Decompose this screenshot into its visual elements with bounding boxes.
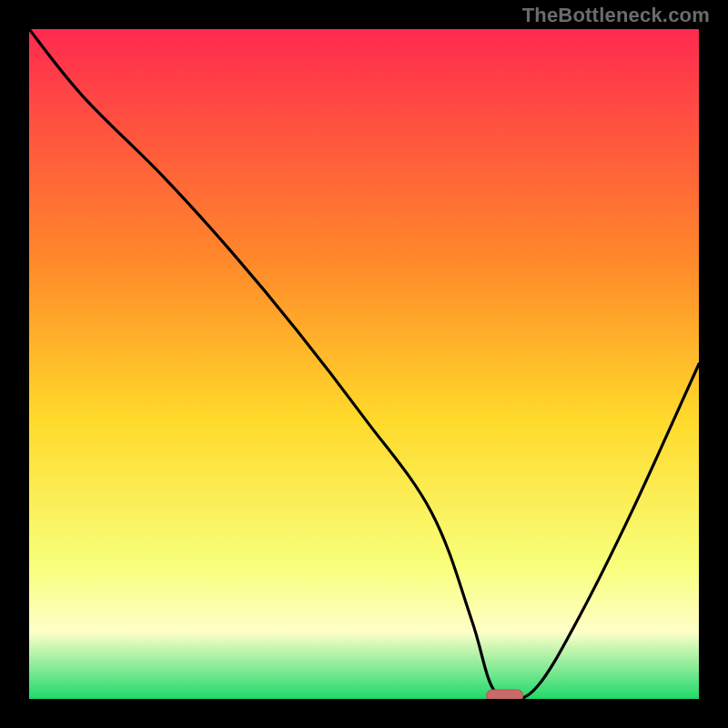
gradient-background xyxy=(29,29,699,699)
chart-container: TheBottleneck.com xyxy=(0,0,728,728)
plot-frame xyxy=(29,29,699,699)
bottleneck-chart xyxy=(29,29,699,699)
watermark-label: TheBottleneck.com xyxy=(522,4,710,27)
optimal-marker xyxy=(487,690,523,699)
